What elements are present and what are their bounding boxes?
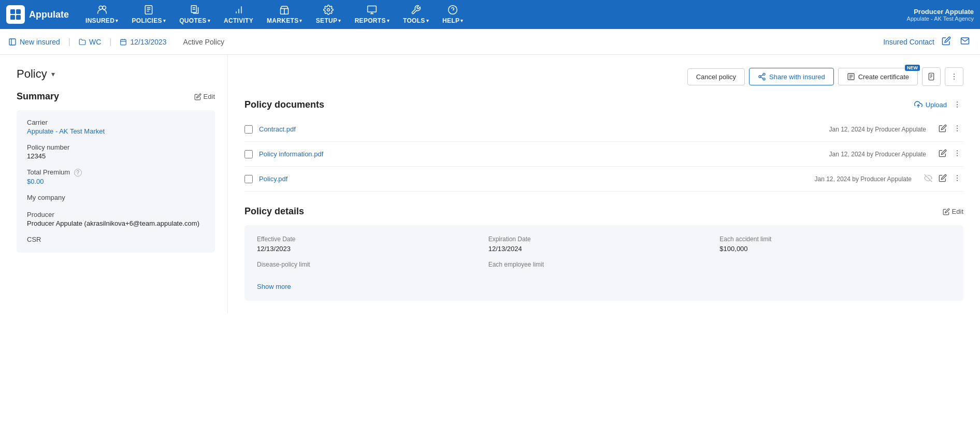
doc-checkbox-0[interactable]: [244, 125, 253, 134]
edit-icon: [194, 93, 201, 100]
svg-line-30: [761, 77, 763, 79]
documents-more-button[interactable]: [951, 98, 963, 111]
svg-rect-16: [368, 6, 377, 12]
doc-actions-1: [936, 147, 963, 161]
detail-cell-employee-limit: Each employee limit: [488, 261, 720, 270]
document-action-button[interactable]: [922, 67, 941, 86]
cancel-policy-button[interactable]: Cancel policy: [687, 68, 745, 85]
nav-item-help[interactable]: HELP ▾: [436, 2, 470, 27]
top-navigation: Appulate INSURED ▾ POLICIES ▾: [0, 0, 980, 29]
breadcrumb-new-insured[interactable]: New insured: [8, 38, 68, 46]
logo-area[interactable]: Appulate: [6, 5, 69, 24]
doc-more-button-2[interactable]: [951, 172, 963, 186]
total-premium-value: $0.00: [27, 178, 205, 185]
document-row-2: Policy.pdf Jan 12, 2024 by Producer Appu…: [244, 167, 963, 192]
nav-item-markets[interactable]: MARKETS ▾: [261, 2, 309, 27]
detail-cell-disease-policy: Disease-policy limit: [257, 261, 488, 270]
doc-checkbox-2[interactable]: [244, 175, 253, 183]
breadcrumb-wc[interactable]: WC: [70, 38, 109, 46]
right-panel: Cancel policy Share with insured Create …: [228, 55, 980, 313]
total-premium-help-icon[interactable]: ?: [74, 169, 82, 177]
document-row-0: Contract.pdf Jan 12, 2024 by Producer Ap…: [244, 117, 963, 142]
svg-point-40: [954, 74, 955, 75]
more-options-button[interactable]: [945, 67, 963, 86]
doc-meta-0: Jan 12, 2024 by Producer Appulate: [829, 126, 926, 133]
nav-item-insured[interactable]: INSURED ▾: [79, 2, 124, 27]
policy-details-row-0: Effective Date 12/13/2023 Expiration Dat…: [257, 236, 951, 253]
detail-cell-accident-limit: Each accident limit $100,000: [719, 236, 951, 253]
documents-section: Policy documents Upload: [244, 98, 963, 192]
company-field: My company: [27, 194, 205, 202]
document-icon: [927, 72, 935, 81]
csr-field: CSR: [27, 236, 205, 244]
policy-number-value: 12345: [27, 152, 205, 160]
doc-hide-button-2[interactable]: [922, 172, 934, 186]
share-with-insured-button[interactable]: Share with insured: [749, 68, 834, 85]
upload-button[interactable]: Upload: [914, 100, 947, 109]
doc-more-button-0[interactable]: [951, 122, 963, 136]
policy-details-edit-button[interactable]: Edit: [943, 208, 963, 215]
svg-point-41: [954, 76, 955, 77]
total-premium-field: Total Premium ? $0.00: [27, 168, 205, 185]
nav-items: INSURED ▾ POLICIES ▾ QUOTES ▾: [79, 2, 907, 27]
doc-edit-button-1[interactable]: [936, 147, 949, 161]
breadcrumb-status: Active Policy: [175, 38, 233, 46]
svg-point-50: [957, 150, 958, 151]
csr-label: CSR: [27, 236, 205, 243]
doc-more-button-1[interactable]: [951, 147, 963, 161]
doc-name-1[interactable]: Policy information.pdf: [259, 150, 823, 158]
svg-point-49: [957, 130, 958, 131]
insured-contact-mail-button[interactable]: [958, 34, 972, 49]
doc-edit-button-0[interactable]: [936, 122, 949, 136]
details-edit-icon: [943, 208, 950, 215]
carrier-label: Carrier: [27, 119, 205, 126]
expiration-date-value: 12/13/2024: [488, 245, 720, 253]
carrier-value[interactable]: Appulate - AK Test Market: [27, 127, 205, 135]
folder-icon: [79, 38, 86, 46]
svg-rect-1: [16, 9, 21, 14]
doc-edit-button-2[interactable]: [936, 172, 949, 186]
svg-rect-0: [10, 9, 15, 14]
nav-item-policies[interactable]: POLICIES ▾: [125, 2, 172, 27]
documents-title: Policy documents: [244, 99, 324, 110]
detail-cell-empty: [719, 261, 951, 270]
breadcrumb-date[interactable]: 12/13/2023: [111, 38, 175, 46]
producer-value: Producer Appulate (akrasilnikova+6@team.…: [27, 219, 205, 227]
nav-item-setup[interactable]: SETUP ▾: [310, 2, 348, 27]
total-premium-label: Total Premium ?: [27, 168, 205, 177]
doc-more-icon-1: [953, 149, 961, 157]
policy-details-header: Policy details Edit: [244, 206, 963, 217]
nav-item-reports[interactable]: REPORTS ▾: [349, 2, 396, 27]
more-vert-icon: [950, 72, 958, 81]
nav-item-activity[interactable]: ACTIVITY: [218, 2, 260, 27]
summary-card: Carrier Appulate - AK Test Market Policy…: [17, 110, 215, 253]
home-icon: [8, 38, 17, 46]
user-area: Producer Appulate Appulate - AK Test Age…: [907, 8, 974, 22]
documents-section-header: Policy documents Upload: [244, 98, 963, 111]
svg-rect-23: [121, 39, 126, 45]
insured-contact-edit-button[interactable]: [940, 34, 953, 49]
policy-title-dropdown[interactable]: Policy ▾: [17, 67, 215, 81]
company-label: My company: [27, 194, 205, 201]
svg-point-48: [957, 128, 958, 129]
doc-name-2[interactable]: Policy.pdf: [259, 175, 809, 183]
doc-name-0[interactable]: Contract.pdf: [259, 125, 823, 133]
svg-point-54: [957, 175, 958, 176]
summary-edit-button[interactable]: Edit: [194, 93, 215, 100]
accident-limit-label: Each accident limit: [719, 236, 951, 243]
share-icon: [758, 72, 766, 81]
show-more-button[interactable]: Show more: [257, 283, 291, 290]
document-row-1: Policy information.pdf Jan 12, 2024 by P…: [244, 142, 963, 167]
svg-point-55: [957, 178, 958, 179]
doc-hide-icon-2: [924, 174, 932, 182]
svg-point-44: [957, 101, 958, 102]
svg-point-29: [763, 78, 765, 80]
policy-number-label: Policy number: [27, 143, 205, 151]
nav-item-tools[interactable]: TOOLS ▾: [397, 2, 435, 27]
accident-limit-value: $100,000: [719, 245, 951, 253]
nav-item-quotes[interactable]: QUOTES ▾: [173, 2, 217, 27]
svg-point-51: [957, 153, 958, 154]
doc-edit-icon-2: [939, 174, 947, 182]
doc-checkbox-1[interactable]: [244, 150, 253, 158]
expiration-date-label: Expiration Date: [488, 236, 720, 243]
